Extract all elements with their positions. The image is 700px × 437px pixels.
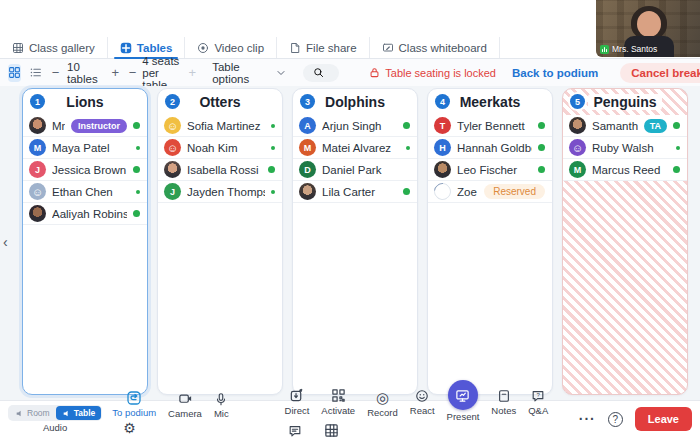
participant-row[interactable]: Leo Fischer (428, 159, 552, 181)
participant-row[interactable]: TTyler Bennett (428, 115, 552, 137)
settings-button[interactable]: ⚙Settings (112, 420, 146, 437)
ta-badge: TA (644, 119, 667, 133)
record-icon: ◎ (376, 389, 389, 406)
leave-button[interactable]: Leave (635, 407, 692, 431)
bottom-item-label: Q&A (528, 405, 548, 416)
seats-minus-button[interactable]: − (129, 65, 137, 80)
tab-file-share[interactable]: File share (277, 37, 370, 58)
record-button[interactable]: ◎Record (367, 389, 398, 418)
participant-row[interactable]: ☺Noah Kim (158, 137, 282, 159)
settings-icon: ⚙ (123, 420, 136, 437)
react-button[interactable]: React (410, 387, 435, 416)
tables-area: ‹ 1LionsMrs. SantosInstructorMMaya Patel… (0, 86, 700, 400)
notes-button[interactable]: Notes (491, 387, 516, 416)
tables-minus-button[interactable]: − (50, 65, 61, 80)
speaker-icon (62, 409, 71, 418)
participant-row[interactable]: DDaniel Park (293, 159, 417, 181)
table-card-penguins[interactable]: 5PenguinsSamantha LeeTA☺Ruby WalshMMarcu… (562, 88, 688, 395)
participant-row[interactable]: MMarcus Reed (563, 159, 687, 181)
table-card-lions[interactable]: 1LionsMrs. SantosInstructorMMaya PatelJJ… (22, 88, 148, 395)
presence-dot (271, 124, 275, 128)
qa-button[interactable]: ?Q&A (528, 387, 548, 416)
participant-row[interactable]: ☺Sofia Martinez (158, 115, 282, 137)
participant-row[interactable]: JJayden Thompson (158, 181, 282, 203)
participant-row[interactable]: MMaya Patel (23, 137, 147, 159)
chat-button[interactable]: Chat (285, 423, 305, 437)
presence-dot (673, 166, 680, 173)
participant-row[interactable]: JJessica Brown (23, 159, 147, 181)
participant-row[interactable]: Isabella Rossi (158, 159, 282, 181)
avatar: M (569, 161, 586, 178)
activate-button[interactable]: Activate (321, 387, 355, 416)
participant-name: Samantha Lee (592, 120, 638, 132)
audio-pill-label: Room (27, 408, 50, 418)
chevron-down-icon (275, 67, 287, 79)
list-view-button[interactable] (29, 64, 42, 82)
table-name: Dolphins (320, 94, 390, 110)
table-card-meerkats[interactable]: 4MeerkatsTTyler BennettHHannah GoldbergL… (427, 88, 553, 395)
table-card-otters[interactable]: 2Otters☺Sofia Martinez☺Noah KimIsabella … (157, 88, 283, 395)
top-header (0, 0, 700, 37)
grid-view-button[interactable] (8, 64, 21, 82)
bottom-item-label: Notes (491, 405, 516, 416)
bottom-item-label: Camera (168, 408, 202, 419)
table-options-label: Table options (212, 61, 249, 85)
avatar (29, 205, 46, 222)
tab-class-gallery[interactable]: Class gallery (0, 37, 108, 58)
tab-class-whiteboard[interactable]: Class whiteboard (370, 37, 500, 58)
audio-toggle-label: Audio (43, 422, 67, 433)
audio-room-toggle[interactable]: Room (9, 406, 56, 420)
camera-button[interactable]: Camera (168, 390, 202, 419)
tab-video-clip[interactable]: Video clip (185, 37, 277, 58)
participant-row[interactable]: Zoe KaplanReserved (428, 181, 552, 203)
presence-dot (133, 210, 140, 217)
participant-row[interactable]: AArjun Singh (293, 115, 417, 137)
more-options-button[interactable]: ··· (579, 411, 596, 427)
participant-row[interactable]: ☺Ethan Chen (23, 181, 147, 203)
tables-count-stepper: − 10 tables + (50, 61, 121, 85)
presence-dot (268, 166, 275, 173)
to-podium-button[interactable]: To podium (112, 389, 156, 418)
participant-row[interactable]: Samantha LeeTA (563, 115, 687, 137)
audio-scope-toggle: RoomTable (8, 405, 102, 421)
gallery-button[interactable]: Gallery (317, 422, 347, 437)
video-name-label: Mrs. Santos (600, 44, 657, 54)
table-card-header: 4Meerkats (428, 89, 552, 115)
cancel-breakout-button[interactable]: Cancel breakout (620, 63, 700, 83)
back-to-podium-button[interactable]: Back to podium (512, 67, 598, 79)
participant-row[interactable]: ☺Ruby Walsh (563, 137, 687, 159)
participant-search[interactable] (303, 64, 339, 82)
participant-name: Tyler Bennett (457, 120, 532, 132)
table-name: Meerkats (455, 94, 526, 110)
bottom-item-label: Present (447, 411, 480, 422)
audio-table-toggle[interactable]: Table (56, 406, 102, 420)
video-person-face (637, 11, 661, 37)
tables-plus-button[interactable]: + (110, 65, 121, 80)
tab-bar: Class galleryTablesVideo clipFile shareC… (0, 37, 700, 59)
bottom-item-label: Mic (214, 408, 229, 419)
tab-label: File share (306, 42, 357, 54)
table-card-dolphins[interactable]: 3DolphinsAArjun SinghMMatei AlvarezDDani… (292, 88, 418, 395)
tab-label: Video clip (214, 42, 264, 54)
participant-row[interactable]: HHannah Goldberg (428, 137, 552, 159)
avatar (569, 117, 586, 134)
table-name: Penguins (588, 94, 661, 110)
participant-row[interactable]: MMatei Alvarez (293, 137, 417, 159)
participant-row[interactable]: Aaliyah Robinson (23, 203, 147, 225)
presence-dot (538, 166, 545, 173)
participant-row[interactable]: Mrs. SantosInstructor (23, 115, 147, 137)
mic-button[interactable]: Mic (214, 390, 229, 419)
self-video-thumbnail[interactable]: Mrs. Santos (596, 0, 700, 57)
presence-dot (271, 190, 275, 194)
participant-row[interactable]: Lila Carter (293, 181, 417, 203)
help-button[interactable]: ? (608, 412, 623, 427)
audio-toggle-block: RoomTable Audio (8, 405, 102, 433)
seats-plus-button[interactable]: + (189, 65, 197, 80)
avatar (29, 117, 46, 134)
breakout-tables-screen: Class galleryTablesVideo clipFile shareC… (0, 0, 700, 437)
direct-button[interactable]: Direct (285, 387, 310, 416)
participant-list: Mrs. SantosInstructorMMaya PatelJJessica… (23, 115, 147, 225)
table-options-dropdown[interactable]: Table options (204, 58, 295, 88)
collapse-panel-chevron[interactable]: ‹ (3, 234, 8, 250)
present-button[interactable]: Present (447, 392, 480, 422)
